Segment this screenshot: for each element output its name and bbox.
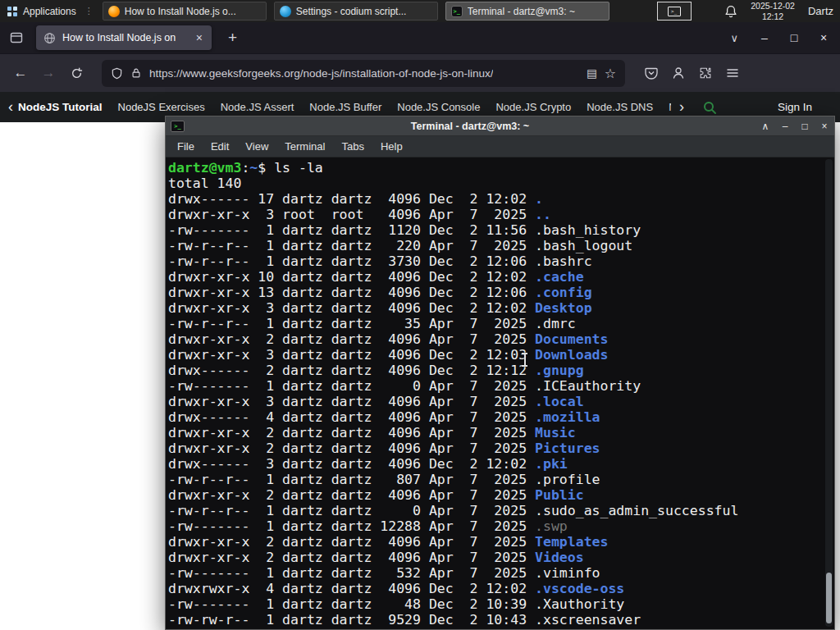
terminal-menu-view[interactable]: View: [237, 138, 276, 155]
task-label: Settings - codium script...: [296, 6, 407, 17]
terminal-line: drwx------ 17 dartz dartz 4096 Dec 2 12:…: [168, 191, 834, 207]
terminal-line: -rw-r--r-- 1 dartz dartz 35 Apr 7 2025 .…: [168, 316, 834, 331]
tracking-shield-icon[interactable]: [111, 67, 123, 80]
terminal-menubar: FileEditViewTerminalTabsHelp: [166, 136, 834, 158]
terminal-icon: >_: [451, 6, 463, 17]
terminal-menu-terminal[interactable]: Terminal: [276, 138, 333, 155]
mouse-cursor: [521, 353, 528, 367]
terminal-menu-edit[interactable]: Edit: [203, 138, 237, 155]
window-minimize-button[interactable]: –: [750, 31, 779, 44]
task-label: How to Install Node.js o...: [125, 6, 236, 17]
clock-time: 12:12: [751, 11, 795, 22]
nav-item[interactable]: Node.JS DNS: [587, 101, 653, 113]
back-button[interactable]: ←: [7, 65, 34, 81]
extensions-puzzle-icon[interactable]: [699, 66, 712, 80]
search-icon[interactable]: [702, 100, 717, 115]
terminal-menu-tabs[interactable]: Tabs: [333, 138, 372, 155]
nav-item[interactable]: Node: [669, 101, 671, 113]
terminal-scrollbar-thumb[interactable]: [826, 573, 832, 623]
terminal-line: drwxr-xr-x 2 dartz dartz 4096 Apr 7 2025…: [168, 331, 834, 347]
nav-item[interactable]: NodeJS Tutorial: [18, 101, 103, 113]
terminal-app-icon: >_: [171, 121, 185, 132]
terminal-prompt-line: dartz@vm3:~$ ls -la: [168, 160, 834, 176]
terminal-line: drwxr-xr-x 10 dartz dartz 4096 Dec 2 12:…: [168, 269, 834, 285]
tab-close-icon[interactable]: ×: [194, 31, 204, 44]
terminal-menu-help[interactable]: Help: [372, 138, 411, 155]
new-tab-button[interactable]: +: [223, 29, 242, 47]
reload-button[interactable]: [62, 67, 90, 80]
pocket-icon[interactable]: [645, 66, 658, 80]
terminal-title: Terminal - dartz@vm3: ~: [185, 121, 756, 132]
terminal-line: -rw-r--r-- 1 dartz dartz 0 Apr 7 2025 .s…: [168, 503, 834, 518]
nav-scroll-right-icon[interactable]: ›: [674, 98, 689, 116]
terminal-line: -rw-rw-r-- 1 dartz dartz 9529 Dec 2 10:4…: [168, 612, 834, 628]
taskbar-button-codium[interactable]: Settings - codium script...: [274, 2, 438, 21]
nav-item[interactable]: Node.JS Buffer: [309, 101, 381, 113]
terminal-line: drwx------ 4 dartz dartz 4096 Apr 7 2025…: [168, 409, 834, 425]
terminal-titlebar[interactable]: >_ Terminal - dartz@vm3: ~ ∧ – □ ×: [166, 116, 834, 136]
terminal-line: -rw-r--r-- 1 dartz dartz 3730 Dec 2 12:0…: [168, 253, 834, 269]
sign-in-button[interactable]: Sign In: [778, 101, 812, 113]
account-icon[interactable]: [672, 66, 685, 80]
terminal-line: drwxr-xr-x 3 dartz dartz 4096 Apr 7 2025…: [168, 394, 834, 409]
nav-item[interactable]: Node.JS Crypto: [495, 101, 571, 113]
applications-label: Applications: [23, 6, 76, 17]
terminal-line: -rw------- 1 dartz dartz 532 Apr 7 2025 …: [168, 565, 834, 581]
taskbar-button-terminal[interactable]: >_ Terminal - dartz@vm3: ~: [445, 2, 609, 21]
terminal-minimize-button[interactable]: –: [775, 121, 795, 132]
browser-tab[interactable]: How to Install Node.js on ×: [36, 25, 212, 50]
url-bar[interactable]: https://www.geeksforgeeks.org/node-js/in…: [102, 60, 625, 87]
terminal-close-button[interactable]: ×: [815, 121, 834, 132]
user-label: Dartz: [808, 5, 833, 17]
terminal-maximize-button[interactable]: □: [795, 121, 815, 132]
terminal-line: -rw-r--r-- 1 dartz dartz 220 Apr 7 2025 …: [168, 238, 834, 253]
applications-menu-button[interactable]: Applications: [0, 0, 83, 22]
terminal-line: drwxr-xr-x 3 dartz dartz 4096 Dec 2 12:0…: [168, 347, 834, 363]
terminal-line: drwxr-xr-x 2 dartz dartz 4096 Apr 7 2025…: [168, 550, 834, 565]
clock[interactable]: 2025-12-02 12:12: [751, 1, 795, 21]
nav-scroll-left-icon[interactable]: ‹: [3, 98, 18, 116]
terminal-line: drwxr-xr-x 2 dartz dartz 4096 Apr 7 2025…: [168, 441, 834, 456]
firefox-view-icon[interactable]: [10, 31, 23, 44]
task-label: Terminal - dartz@vm3: ~: [468, 6, 575, 17]
terminal-output[interactable]: dartz@vm3:~$ ls -la total 140drwx------ …: [166, 158, 834, 629]
terminal-line: -rw------- 1 dartz dartz 0 Apr 7 2025 .I…: [168, 378, 834, 394]
browser-toolbar: ← → https://www.geeksforgeeks.org/node-j…: [0, 53, 840, 92]
panel-handle: ⋮: [84, 6, 94, 16]
site-nav-items: NodeJS TutorialNodeJS ExercisesNode.JS A…: [18, 101, 671, 113]
clock-date: 2025-12-02: [751, 1, 795, 11]
window-close-button[interactable]: ×: [809, 31, 838, 44]
terminal-menu-file[interactable]: File: [169, 138, 203, 155]
nav-item[interactable]: NodeJS Exercises: [118, 101, 205, 113]
url-text[interactable]: https://www.geeksforgeeks.org/node-js/in…: [149, 67, 493, 80]
terminal-line: drwxr-xr-x 2 dartz dartz 4096 Apr 7 2025…: [168, 487, 834, 503]
terminal-line: total 140: [168, 176, 834, 191]
tab-title: How to Install Node.js on: [62, 32, 188, 43]
tab-list-chevron-icon[interactable]: ∨: [719, 32, 750, 44]
nav-item[interactable]: Node.JS Console: [397, 101, 480, 113]
nav-item[interactable]: Node.JS Assert: [221, 101, 294, 113]
taskbar-button-firefox[interactable]: How to Install Node.js o...: [103, 2, 267, 21]
applications-icon: [7, 6, 18, 17]
terminal-rollup-button[interactable]: ∧: [756, 121, 775, 132]
terminal-line: drwxr-xr-x 3 dartz dartz 4096 Dec 2 12:0…: [168, 300, 834, 316]
terminal-line: drwx------ 3 dartz dartz 4096 Dec 2 12:0…: [168, 456, 834, 472]
firefox-icon: [108, 6, 120, 17]
terminal-window: >_ Terminal - dartz@vm3: ~ ∧ – □ × FileE…: [165, 116, 835, 630]
terminal-line: drwxrwxr-x 4 dartz dartz 4096 Dec 2 12:0…: [168, 581, 834, 596]
terminal-line: drwx------ 2 dartz dartz 4096 Dec 2 12:1…: [168, 363, 834, 378]
bookmark-star-icon[interactable]: ☆: [605, 66, 616, 81]
terminal-line: -rw------- 1 dartz dartz 48 Dec 2 10:39 …: [168, 596, 834, 612]
toolbar-actions: [645, 66, 739, 80]
window-maximize-button[interactable]: □: [779, 31, 809, 44]
tray-indicator[interactable]: >_: [657, 2, 692, 21]
terminal-line: drwxr-xr-x 13 dartz dartz 4096 Dec 2 12:…: [168, 285, 834, 300]
terminal-scrollbar[interactable]: [825, 159, 833, 627]
terminal-line: drwxr-xr-x 3 root root 4096 Apr 7 2025 .…: [168, 207, 834, 222]
notifications-bell-icon[interactable]: [724, 5, 737, 18]
lock-icon[interactable]: [130, 67, 142, 79]
terminal-line: -rw------- 1 dartz dartz 12288 Apr 7 202…: [168, 518, 834, 534]
reader-view-icon[interactable]: ▤: [587, 66, 597, 80]
menu-hamburger-icon[interactable]: [726, 66, 739, 80]
terminal-line: drwxr-xr-x 2 dartz dartz 4096 Apr 7 2025…: [168, 425, 834, 441]
